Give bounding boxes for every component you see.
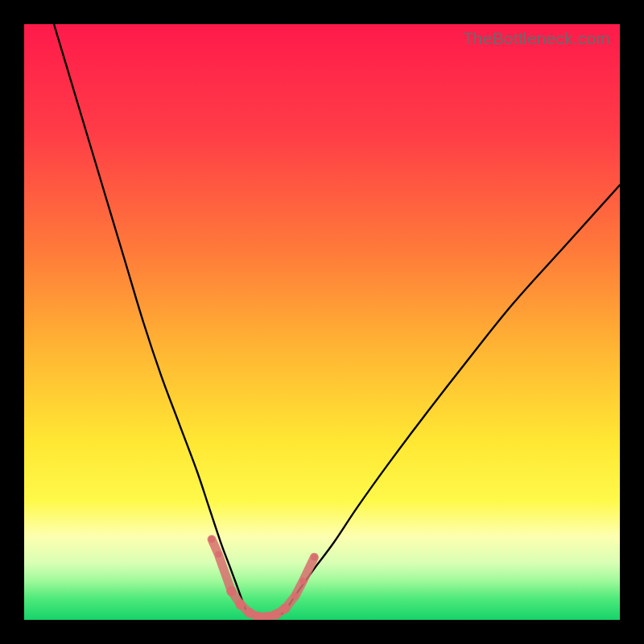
marker-point bbox=[271, 609, 281, 619]
watermark-text: TheBottleneck.com bbox=[463, 29, 610, 48]
marker-connector bbox=[212, 539, 314, 617]
marker-point bbox=[280, 604, 290, 613]
outer-frame: TheBottleneck.com bbox=[0, 0, 644, 644]
marker-point bbox=[208, 536, 215, 543]
marker-point bbox=[215, 551, 221, 557]
curve-layer bbox=[24, 24, 620, 620]
marker-point bbox=[235, 600, 245, 609]
marker-point bbox=[299, 578, 306, 584]
marker-point bbox=[311, 554, 317, 560]
marker-point bbox=[245, 608, 254, 617]
marker-point bbox=[226, 586, 236, 596]
series-right-branch bbox=[285, 185, 620, 611]
series-left-branch bbox=[54, 24, 246, 611]
marker-point bbox=[292, 592, 299, 599]
plot-area: TheBottleneck.com bbox=[24, 24, 620, 620]
